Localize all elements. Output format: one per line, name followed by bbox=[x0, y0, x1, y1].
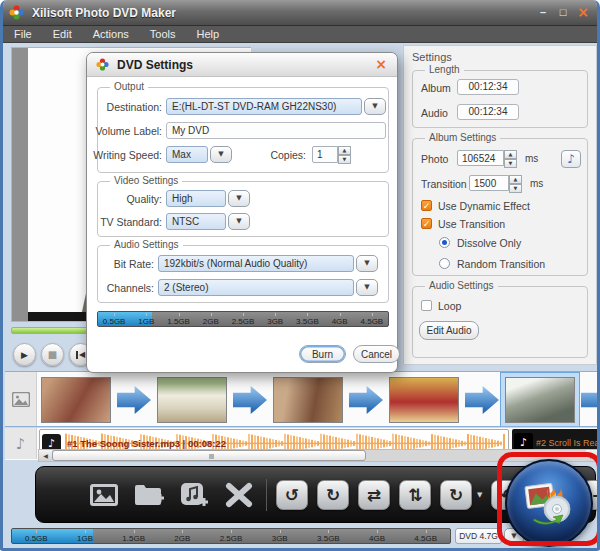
photo-duration-label: Photo bbox=[421, 153, 448, 165]
writing-speed-select[interactable]: Max bbox=[166, 146, 208, 163]
rotate-right-icon[interactable]: ↻ bbox=[317, 480, 349, 510]
transition-arrow-icon[interactable] bbox=[233, 386, 267, 414]
close-button[interactable]: × bbox=[576, 5, 590, 19]
photo-couple-at-table[interactable] bbox=[273, 377, 343, 423]
use-transition-checkbox[interactable]: ✓ bbox=[421, 218, 432, 229]
copies-input[interactable]: 1 bbox=[312, 146, 338, 163]
writing-speed-dropdown-button[interactable]: ▼ bbox=[210, 146, 232, 163]
swap-horizontal-icon[interactable]: ⇄ bbox=[358, 480, 390, 510]
transition-dropdown-caret-icon[interactable]: ▼ bbox=[477, 491, 482, 499]
copies-stepper[interactable]: ▲▼ bbox=[338, 146, 351, 163]
swap-vertical-icon[interactable]: ⇅ bbox=[399, 480, 431, 510]
delete-icon[interactable] bbox=[221, 478, 257, 512]
channels-label: Channels: bbox=[98, 282, 154, 294]
capacity-tick: 2GB bbox=[158, 529, 207, 543]
maximize-button[interactable]: □ bbox=[556, 5, 570, 19]
transition-duration-input[interactable]: 1500 bbox=[469, 175, 509, 191]
dvd-settings-dialog: DVD Settings × Output Destination: E:(HL… bbox=[86, 52, 398, 373]
dissolve-only-radio[interactable] bbox=[439, 237, 450, 248]
menu-item-help[interactable]: Help bbox=[196, 28, 219, 40]
tv-standard-dropdown-button[interactable]: ▼ bbox=[228, 213, 250, 230]
photo-mountain-cliff[interactable] bbox=[505, 377, 575, 423]
menu-item-tools[interactable]: Tools bbox=[150, 28, 176, 40]
album-settings-group: Album Settings Photo 106524 ▲▼ ms ♪ Tran… bbox=[412, 138, 588, 276]
menu-item-file[interactable]: File bbox=[14, 28, 32, 40]
menu-item-actions[interactable]: Actions bbox=[93, 28, 129, 40]
capacity-tick: 2GB bbox=[195, 312, 227, 326]
dialog-capacity-bar: 0.5GB1GB1.5GB2GB2.5GB3GB3.5GB4GB4.5GB bbox=[97, 311, 389, 327]
capacity-tick: 3GB bbox=[259, 312, 291, 326]
album-length-value: 00:12:34 bbox=[457, 79, 519, 95]
channels-dropdown-button[interactable]: ▼ bbox=[356, 279, 378, 296]
cancel-button[interactable]: Cancel bbox=[353, 345, 400, 363]
quality-select[interactable]: High bbox=[166, 190, 226, 207]
photo-crowd[interactable] bbox=[389, 377, 459, 423]
audio-length-value: 00:12:34 bbox=[457, 104, 519, 120]
play-button[interactable]: ▶ bbox=[13, 343, 36, 366]
preview-letterbox bbox=[12, 48, 28, 321]
capacity-tick: 4.5GB bbox=[401, 529, 450, 543]
settings-panel-title: Settings bbox=[412, 51, 452, 63]
dialog-close-icon[interactable]: × bbox=[375, 56, 387, 72]
scroll-left-button[interactable]: ◀ bbox=[39, 450, 52, 461]
disc-capacity-bar: 0.5GB1GB1.5GB2GB2.5GB3GB3.5GB4GB4.5GB bbox=[11, 528, 451, 544]
add-photo-icon[interactable] bbox=[86, 478, 122, 512]
transition-arrow-icon[interactable] bbox=[117, 386, 151, 414]
stop-button[interactable]: ■ bbox=[41, 343, 64, 366]
destination-label: Destination: bbox=[100, 101, 162, 113]
dialog-logo-icon bbox=[96, 58, 109, 71]
capacity-tick: 4.5GB bbox=[356, 312, 388, 326]
minimize-button[interactable]: – bbox=[536, 5, 550, 19]
destination-dropdown-button[interactable]: ▼ bbox=[364, 98, 386, 115]
transition-arrow-icon[interactable] bbox=[581, 386, 600, 414]
transition-icon[interactable]: ↻ bbox=[440, 480, 472, 510]
menu-item-edit[interactable]: Edit bbox=[53, 28, 72, 40]
photo-duration-stepper[interactable]: ▲▼ bbox=[504, 150, 517, 166]
audio-length-label: Audio bbox=[421, 107, 448, 119]
audio-settings-group: Audio Settings Loop Edit Audio bbox=[412, 286, 588, 358]
bit-rate-dropdown-button[interactable]: ▼ bbox=[356, 255, 378, 272]
photo-duration-input[interactable]: 106524 bbox=[457, 150, 504, 166]
quality-dropdown-button[interactable]: ▼ bbox=[228, 190, 250, 207]
bit-rate-label: Bit Rate: bbox=[98, 258, 154, 270]
bit-rate-select[interactable]: 192kbit/s (Normal Audio Quality) bbox=[158, 255, 354, 272]
loop-label: Loop bbox=[438, 300, 461, 312]
edit-audio-button[interactable]: Edit Audio bbox=[419, 321, 479, 340]
video-settings-group: Video Settings Quality: High ▼ TV Standa… bbox=[97, 181, 389, 237]
scrollbar-thumb[interactable] bbox=[52, 450, 366, 461]
disc-type-value: DVD 4.7G bbox=[455, 528, 502, 544]
capacity-tick: 3GB bbox=[255, 529, 304, 543]
transition-arrow-icon[interactable] bbox=[349, 386, 383, 414]
photo-track-icon bbox=[5, 372, 37, 426]
photo-banquet-table[interactable] bbox=[157, 377, 227, 423]
capacity-tick: 3.5GB bbox=[304, 529, 353, 543]
rotate-left-icon[interactable]: ↺ bbox=[276, 480, 308, 510]
capacity-tick: 0.5GB bbox=[98, 312, 130, 326]
annotation-highlight-box bbox=[497, 452, 600, 546]
channels-select[interactable]: 2 (Stereo) bbox=[158, 279, 354, 296]
photo-couple-dancing[interactable] bbox=[41, 377, 111, 423]
photo-music-button[interactable]: ♪ bbox=[561, 150, 581, 168]
menu-bar: FileEditActionsToolsHelp bbox=[0, 26, 600, 43]
transition-arrow-icon[interactable] bbox=[465, 386, 499, 414]
tv-standard-select[interactable]: NTSC bbox=[166, 213, 226, 230]
quality-label: Quality: bbox=[100, 193, 162, 205]
capacity-tick: 2.5GB bbox=[207, 529, 256, 543]
title-bar: Xilisoft Photo DVD Maker – □ × bbox=[0, 0, 600, 26]
burn-button[interactable]: Burn bbox=[299, 345, 346, 363]
use-dynamic-effect-checkbox[interactable]: ✓ bbox=[421, 200, 432, 211]
audio-settings-group-dialog: Audio Settings Bit Rate: 192kbit/s (Norm… bbox=[97, 245, 389, 303]
add-music-icon[interactable] bbox=[176, 478, 212, 512]
thumbnail-row bbox=[41, 376, 600, 424]
transition-duration-stepper[interactable]: ▲▼ bbox=[509, 175, 522, 191]
output-group: Output Destination: E:(HL-DT-ST DVD-RAM … bbox=[97, 87, 389, 173]
capacity-tick: 2.5GB bbox=[227, 312, 259, 326]
random-transition-radio[interactable] bbox=[439, 258, 450, 269]
volume-label-input[interactable]: My DVD bbox=[166, 122, 386, 139]
destination-select[interactable]: E:(HL-DT-ST DVD-RAM GH22NS30) bbox=[166, 98, 362, 115]
add-folder-icon[interactable] bbox=[131, 478, 167, 512]
dialog-title: DVD Settings bbox=[117, 58, 193, 72]
loop-checkbox[interactable] bbox=[421, 300, 432, 311]
audio-track-icon: ♪ bbox=[5, 428, 37, 459]
capacity-tick: 4GB bbox=[353, 529, 402, 543]
